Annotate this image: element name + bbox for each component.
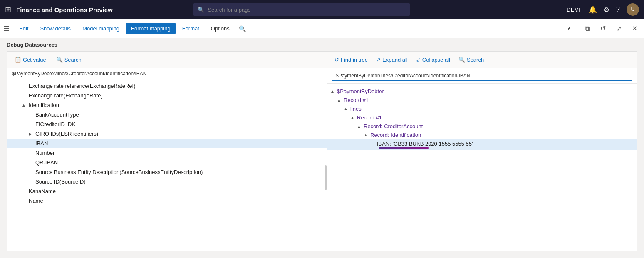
tree-item-label: Number	[34, 150, 54, 156]
tree-item-label: GIRO IDs(ESR identifiers)	[34, 131, 98, 137]
left-panel-toolbar: 📋 Get value 🔍 Search	[7, 52, 327, 68]
tree-arrow: ▲	[20, 103, 27, 107]
tree-arrow: ▶	[27, 131, 34, 136]
edit-button[interactable]: Edit	[14, 23, 33, 34]
help-icon[interactable]: ?	[616, 6, 620, 13]
tree-item-label: Name	[27, 198, 43, 204]
tree-item[interactable]: BankAccountType	[7, 110, 327, 119]
left-tree-area[interactable]: Exchange rate reference(ExchangeRateRef)…	[7, 79, 327, 251]
search-icon: 🔍	[198, 7, 204, 13]
model-mapping-button[interactable]: Model mapping	[77, 23, 124, 34]
right-tree-item[interactable]: ▲ Record: CreditorAccount	[327, 122, 637, 131]
right-panel-toolbar: ↺ Find in tree ↗ Expand all ↙ Collapse a…	[327, 52, 637, 68]
tree-collapse-icon: ▲	[344, 107, 350, 111]
close-icon[interactable]: ✕	[628, 22, 641, 35]
settings-icon[interactable]: ⚙	[604, 6, 609, 14]
tree-item[interactable]: ▶ GIRO IDs(ESR identifiers)	[7, 129, 327, 139]
tag-icon[interactable]: 🏷	[565, 22, 577, 35]
left-datasource-panel: 📋 Get value 🔍 Search $PaymentByDebtor/li…	[7, 51, 327, 251]
right-search-button[interactable]: 🔍 Search	[456, 55, 486, 64]
left-search-icon: 🔍	[56, 57, 63, 63]
tree-item[interactable]: Source ID(SourceID)	[7, 177, 327, 186]
toolbar-search-icon[interactable]: 🔍	[236, 23, 248, 35]
find-in-tree-icon: ↺	[334, 57, 339, 63]
right-tree-label: Record #1	[344, 97, 369, 103]
collapse-all-icon: ↙	[416, 57, 421, 63]
tree-item-label: IBAN	[34, 140, 48, 146]
left-search-button[interactable]: 🔍 Search	[54, 55, 84, 64]
right-path-bar[interactable]	[327, 68, 637, 84]
format-mapping-button[interactable]: Format mapping	[126, 23, 176, 34]
right-tree-item[interactable]: ▲ Record #1	[327, 113, 637, 122]
top-navigation-bar: ⊞ Finance and Operations Preview 🔍 DEMF …	[0, 0, 644, 19]
tree-item[interactable]: KanaName	[7, 186, 327, 196]
tree-item-label: QR-IBAN	[34, 159, 58, 166]
right-tree-label: Record #1	[357, 114, 382, 121]
right-datasource-panel: ↺ Find in tree ↗ Expand all ↙ Collapse a…	[327, 51, 637, 251]
main-content-area: Debug Datasources 📋 Get value 🔍 Search $…	[0, 38, 644, 258]
global-search-box[interactable]: 🔍	[193, 3, 410, 16]
format-button[interactable]: Format	[177, 23, 204, 34]
grid-icon[interactable]: ⊞	[5, 5, 11, 14]
scrollbar-indicator	[325, 165, 327, 190]
user-avatar[interactable]: U	[627, 3, 639, 16]
tree-item-label: KanaName	[27, 188, 56, 194]
tree-item-label: Identification	[27, 102, 59, 108]
get-value-button[interactable]: 📋 Get value	[12, 55, 49, 64]
right-tree-label: lines	[350, 106, 362, 112]
right-tree-item[interactable]: ▲ Record: Identification	[327, 131, 637, 139]
top-bar-right-actions: DEMF 🔔 ⚙ ? U	[567, 3, 639, 16]
tree-item[interactable]: FICreditorID_DK	[7, 119, 327, 129]
left-path-bar: $PaymentByDebtor/lines/CreditorAccount/I…	[7, 68, 327, 79]
tree-item-label: Exchange rate reference(ExchangeRateRef)	[27, 83, 136, 89]
debug-header: Debug Datasources	[0, 38, 644, 51]
app-title: Finance and Operations Preview	[16, 6, 113, 13]
right-tree-iban-label: IBAN: 'GB33 BUKB 2020 1555 5555 55'	[377, 141, 473, 147]
right-tree-item-iban[interactable]: IBAN: 'GB33 BUKB 2020 1555 5555 55'	[327, 139, 637, 150]
notification-icon[interactable]: 🔔	[589, 6, 597, 14]
tree-item-label: Source Business Entity Description(Sourc…	[34, 169, 203, 175]
open-external-icon[interactable]: ⤢	[612, 22, 625, 35]
tree-item[interactable]: Number	[7, 148, 327, 158]
tree-item[interactable]: ▲ Identification	[7, 100, 327, 110]
global-search-input[interactable]	[208, 7, 406, 13]
right-tree-item[interactable]: ▲ $PaymentByDebtor	[327, 87, 637, 96]
left-path-text: $PaymentByDebtor/lines/CreditorAccount/I…	[12, 71, 147, 77]
refresh-icon[interactable]: ↺	[597, 22, 609, 35]
iban-underline	[379, 147, 429, 149]
expand-all-button[interactable]: ↗ Expand all	[374, 55, 410, 64]
expand-all-icon: ↗	[376, 57, 381, 63]
right-tree-label: $PaymentByDebtor	[337, 88, 384, 94]
hamburger-icon[interactable]: ☰	[3, 25, 9, 32]
toolbar-right-icons: 🏷 ⧉ ↺ ⤢ ✕	[565, 22, 641, 35]
tree-collapse-icon: ▲	[364, 133, 370, 137]
collapse-all-button[interactable]: ↙ Collapse all	[414, 55, 453, 64]
right-tree-label: Record: Identification	[370, 132, 421, 138]
tree-item-label: BankAccountType	[34, 112, 79, 118]
right-tree-label: Record: CreditorAccount	[364, 123, 423, 129]
tree-collapse-icon: ▲	[330, 89, 337, 94]
tree-item[interactable]: QR-IBAN	[7, 158, 327, 167]
tree-item[interactable]: Name	[7, 196, 327, 206]
get-value-icon: 📋	[15, 57, 21, 63]
show-details-button[interactable]: Show details	[35, 23, 76, 34]
tree-collapse-icon: ▲	[337, 98, 344, 102]
right-tree-item[interactable]: ▲ lines	[327, 104, 637, 113]
panels-container: 📋 Get value 🔍 Search $PaymentByDebtor/li…	[0, 51, 644, 258]
tree-item[interactable]: Exchange rate reference(ExchangeRateRef)	[7, 81, 327, 91]
tree-item-label: Exchange rate(ExchangeRate)	[27, 92, 103, 99]
options-button[interactable]: Options	[206, 23, 235, 34]
right-tree-item[interactable]: ▲ Record #1	[327, 96, 637, 104]
right-path-input[interactable]	[332, 71, 632, 81]
right-search-icon: 🔍	[458, 57, 465, 63]
tree-collapse-icon: ▲	[350, 115, 357, 120]
secondary-toolbar: ☰ Edit Show details Model mapping Format…	[0, 19, 644, 38]
right-tree-area[interactable]: ▲ $PaymentByDebtor ▲ Record #1 ▲ lines ▲…	[327, 84, 637, 251]
tree-item-iban[interactable]: IBAN	[7, 139, 327, 148]
tree-item[interactable]: Exchange rate(ExchangeRate)	[7, 91, 327, 100]
user-name: DEMF	[567, 7, 582, 13]
compare-icon[interactable]: ⧉	[581, 22, 593, 35]
tree-item-label: Source ID(SourceID)	[34, 179, 86, 185]
tree-item[interactable]: Source Business Entity Description(Sourc…	[7, 167, 327, 177]
find-in-tree-button[interactable]: ↺ Find in tree	[332, 55, 370, 64]
